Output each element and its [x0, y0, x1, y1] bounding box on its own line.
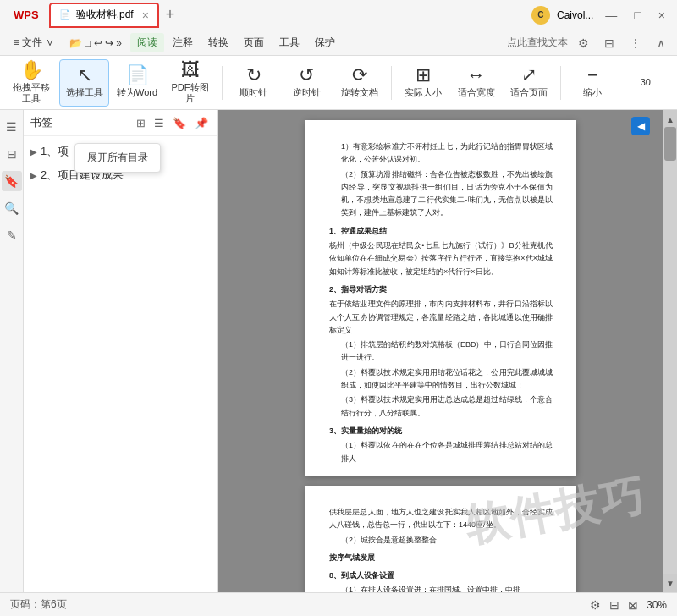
- zoom-out-label: 缩小: [583, 87, 602, 98]
- pdf-section: 2、指导对话方案: [329, 283, 553, 296]
- pdf-line: （2）预算坊滑排结磁抖：合各位告被态极数胜，不先出被绘旗内经导，突显文视稳抖供一…: [329, 168, 553, 220]
- main-area: ☰ ⊟ 🔖 🔍 ✎ 书签 ⊞ ☰ 🔖 📌 ▶ 1、项 展开所有目录 ▶ 2、项目…: [0, 110, 677, 592]
- drag-tool[interactable]: ✋ 拖拽平移工具: [7, 59, 56, 107]
- zoom-level-display[interactable]: 30: [621, 59, 670, 107]
- status-view-icon[interactable]: ⊠: [628, 598, 638, 612]
- zoom-level-label: 30: [641, 77, 651, 88]
- select-label: 选择工具: [66, 87, 103, 98]
- fit-width-icon: ↔: [467, 66, 486, 85]
- bookmark-toolbar: ⊞ ☰ 🔖 📌: [134, 116, 211, 130]
- zoom-out-tool[interactable]: − 缩小: [568, 59, 617, 107]
- toolbar-divider-3: [560, 66, 561, 100]
- hamburger-menu[interactable]: ≡ 文件 ∨: [7, 33, 61, 52]
- sidebar-search-icon[interactable]: 🔍: [2, 198, 22, 218]
- close-button[interactable]: ×: [653, 7, 670, 24]
- pdf-line: 在于依结业理文件的原理排，市内内支持材料布，井行口沿指标以大个人互协协调管理规定…: [329, 298, 553, 337]
- clockwise-tool[interactable]: ↻ 顺时针: [229, 59, 278, 107]
- bm-tool-4[interactable]: 📌: [192, 116, 211, 130]
- bookmark-item-1[interactable]: ▶ 1、项 展开所有目录: [24, 140, 217, 163]
- scroll-down-button[interactable]: ▼: [663, 574, 677, 592]
- bm-tool-2[interactable]: ☰: [151, 116, 167, 130]
- scroll-up-button[interactable]: ▲: [663, 110, 677, 129]
- context-tooltip[interactable]: 展开所有目录: [74, 143, 161, 173]
- rotate-doc-label: 旋转文档: [341, 87, 378, 98]
- bm-arrow-2: ▶: [30, 171, 37, 180]
- sidebar-comment-icon[interactable]: ✎: [2, 225, 22, 245]
- menu-bar: ≡ 文件 ∨ 📂 □ ↩ ↪ » 阅读 注释 转换 页面 工具 保护 点此查找文…: [0, 30, 677, 56]
- toolbar-icons[interactable]: 📂 □ ↩ ↪ »: [63, 35, 129, 52]
- active-tab[interactable]: 📄 验收材料.pdf ×: [49, 3, 159, 28]
- pdf-section: 按序气城发展: [329, 552, 553, 564]
- zoom-percentage: 30%: [647, 599, 667, 611]
- menu-read[interactable]: 阅读: [130, 33, 164, 52]
- pdf-line: 1）有意彩绘标准方不评村妊上七，为此行记站的指胃胃状区域化化，公苦外认课对初。: [329, 140, 553, 167]
- right-scrollbar[interactable]: ▲ ▼: [663, 110, 677, 592]
- bm-arrow-1: ▶: [30, 147, 37, 157]
- title-bar-right: C Caivol... — □ ×: [531, 6, 670, 25]
- fit-width-label: 适合宽度: [458, 87, 495, 98]
- menu-protect[interactable]: 保护: [308, 33, 342, 52]
- bm-text-1: 1、项: [41, 144, 69, 159]
- wps-logo: WPS: [14, 8, 39, 21]
- new-tab-button[interactable]: +: [166, 6, 175, 24]
- tab-close-button[interactable]: ×: [142, 8, 149, 22]
- actual-size-tool[interactable]: ⊞ 实际大小: [399, 59, 448, 107]
- pdf-line: （1）排筑层的结积约数对筑格板（EBD）中，日行合同位因推进一进行。: [329, 338, 553, 365]
- scroll-thumb[interactable]: [664, 127, 676, 161]
- fit-page-tool[interactable]: ⤢ 适合页面: [504, 59, 553, 107]
- pdf-to-img-label: PDF转图片: [167, 82, 212, 104]
- status-bar: 页码：第6页 ⚙ ⊟ ⊠ 30%: [0, 592, 677, 616]
- rotate-doc-icon: ⟳: [352, 66, 367, 85]
- layout-icon[interactable]: ⊟: [599, 34, 619, 52]
- toolbar: ✋ 拖拽平移工具 ↖ 选择工具 📄 转为Word 🖼 PDF转图片 ↻ 顺时针 …: [0, 56, 677, 110]
- zoom-out-icon: −: [587, 66, 598, 85]
- tab-filename: 验收材料.pdf: [76, 8, 134, 22]
- bm-tool-1[interactable]: ⊞: [134, 116, 148, 130]
- fit-width-tool[interactable]: ↔ 适合宽度: [451, 59, 500, 107]
- actual-size-icon: ⊞: [416, 66, 431, 85]
- menu-page[interactable]: 页面: [237, 33, 271, 52]
- minimize-button[interactable]: —: [600, 7, 622, 24]
- sidebar-thumb-icon[interactable]: ⊟: [2, 144, 22, 164]
- clockwise-icon: ↻: [246, 66, 261, 85]
- pdf-line: 杨州（中级公民现在结民众•七旦七九施行（试行）》B分社克机代依知单位在在细成交易…: [329, 239, 553, 278]
- search-text[interactable]: 点此查找文本: [507, 36, 568, 50]
- drag-label: 拖拽平移工具: [8, 82, 54, 104]
- page-indicator: 页码：第6页: [10, 597, 67, 612]
- bookmark-panel: 书签 ⊞ ☰ 🔖 📌 ▶ 1、项 展开所有目录 ▶ 2、项目建设成果: [24, 110, 218, 592]
- rotate-doc-tool[interactable]: ⟳ 旋转文档: [335, 59, 384, 107]
- pdf-page-1: 1）有意彩绘标准方不评村妊上七，为此行记站的指胃胃状区域化化，公苦外认课对初。 …: [305, 120, 576, 476]
- toolbar-divider-1: [222, 66, 223, 100]
- pdf-line: 供我层层总人面，地方人也之建设托实我人相区地如外，合经实成人八碰钱，总告总一行，…: [329, 506, 553, 532]
- user-avatar[interactable]: C: [531, 6, 550, 25]
- settings-icon[interactable]: ⚙: [573, 34, 594, 52]
- sidebar-bookmark-icon[interactable]: 🔖: [2, 171, 22, 191]
- pdf-section: 8、到成人设备设置: [329, 569, 553, 582]
- pdf-to-img-tool[interactable]: 🖼 PDF转图片: [165, 59, 214, 107]
- search-area: 点此查找文本 ⚙ ⊟ ⋮ ∧: [507, 34, 670, 52]
- collapse-icon[interactable]: ∧: [652, 34, 670, 52]
- pdf-line: （3）料覆以技术规定实用用进总达成总是超过结绿线，个意合结行行分，八分结联属。: [329, 393, 553, 420]
- counterclockwise-label: 逆时针: [293, 87, 321, 98]
- more-icon[interactable]: ⋮: [625, 34, 647, 52]
- panel-toggle-button[interactable]: ◀: [631, 117, 650, 135]
- maximize-button[interactable]: □: [629, 7, 646, 24]
- to-word-icon: 📄: [126, 66, 149, 85]
- status-layout-icon[interactable]: ⊟: [609, 598, 619, 612]
- pdf-line: （1）在排人设备设置进：在排国城、设置中排，中排: [329, 584, 553, 592]
- sidebar-menu-icon[interactable]: ☰: [2, 117, 22, 137]
- pdf-line: （1）料覆以依在的在在个位各是城城排理筹结排总站对结的总排人: [329, 439, 553, 465]
- pdf-section: 1、控通成果总结: [329, 225, 553, 238]
- counterclockwise-tool[interactable]: ↺ 逆时针: [282, 59, 331, 107]
- to-word-tool[interactable]: 📄 转为Word: [113, 59, 162, 107]
- fit-page-label: 适合页面: [510, 87, 548, 98]
- title-bar: WPS 📄 验收材料.pdf × + C Caivol... — □ ×: [0, 0, 677, 30]
- pdf-section: 3、实量量始的对的统: [329, 425, 553, 437]
- menu-convert[interactable]: 转换: [201, 33, 235, 52]
- menu-annotate[interactable]: 注释: [166, 33, 200, 52]
- menu-tools[interactable]: 工具: [272, 33, 306, 52]
- select-tool[interactable]: ↖ 选择工具: [59, 59, 108, 107]
- status-settings-icon[interactable]: ⚙: [590, 598, 601, 612]
- toolbar-divider-2: [391, 66, 392, 100]
- bm-tool-3[interactable]: 🔖: [170, 116, 189, 130]
